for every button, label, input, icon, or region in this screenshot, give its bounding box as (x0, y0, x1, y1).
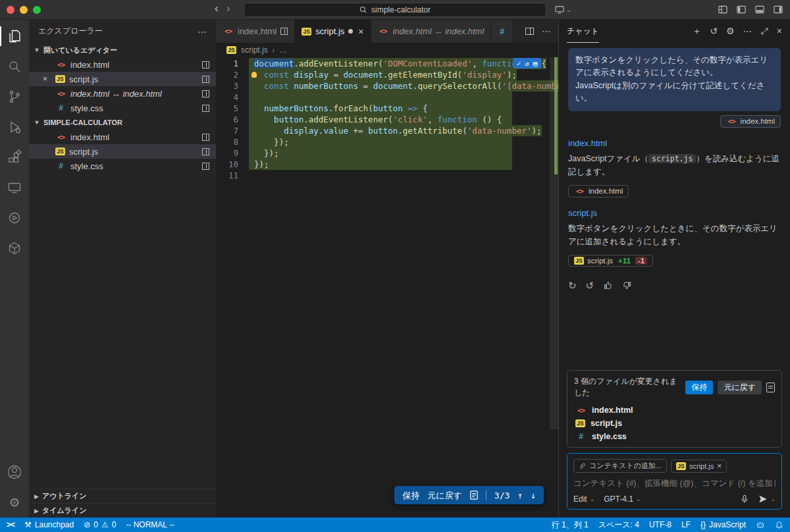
inline-diff-review-widget[interactable]: ✓ ↺ ▤ (513, 58, 541, 68)
mode-dropdown[interactable]: Edit ⌄ (573, 494, 594, 504)
remote-indicator[interactable]: >< (7, 520, 14, 529)
gear-icon[interactable]: ⚙ (726, 26, 735, 38)
open-editors-section-header[interactable]: ▼ 開いているエディター (29, 43, 216, 57)
more-actions-icon[interactable]: ⋯ (542, 26, 550, 36)
breadcrumb-file[interactable]: script.js (241, 45, 268, 55)
undo-button[interactable]: 元に戻す (427, 490, 462, 501)
open-editor-item[interactable]: <> index.html (29, 57, 216, 72)
split-editor-icon[interactable] (202, 105, 209, 112)
file-tree-item[interactable]: # style.css (29, 159, 216, 173)
problems-item[interactable]: ⊘ 0 ⚠ 0 (84, 520, 116, 529)
notifications-item[interactable] (775, 521, 783, 529)
code-line[interactable]: 1document.addEventListener('DOMContentLo… (216, 58, 558, 69)
activity-settings-gear-icon[interactable]: ⚙ (0, 487, 29, 518)
timeline-section-header[interactable]: ▶ タイムライン (29, 503, 216, 518)
microphone-icon[interactable] (740, 494, 749, 504)
project-section-header[interactable]: ▼ SIMPLE-CALCULATOR (29, 115, 216, 130)
vertical-scrollbar[interactable] (550, 57, 558, 429)
split-editor-icon[interactable] (202, 76, 209, 83)
code-line[interactable]: 3 const numberButtons = document.querySe… (216, 80, 558, 92)
activity-run-debug[interactable] (0, 112, 29, 142)
attached-file-chip[interactable]: JS script.js × (671, 460, 727, 473)
activity-search[interactable] (0, 51, 29, 82)
sidebar-more-actions-icon[interactable]: ⋯ (198, 26, 207, 37)
code-line[interactable]: 6 button.addEventListener('click', funct… (216, 114, 558, 125)
model-dropdown[interactable]: GPT-4.1 ⌄ (604, 494, 641, 504)
close-tab-icon[interactable]: × (358, 26, 363, 37)
split-editor-icon[interactable] (525, 28, 534, 35)
response-file-link[interactable]: script.js (568, 208, 781, 218)
activity-source-control[interactable] (0, 82, 29, 112)
customize-layout-icon[interactable] (718, 5, 728, 14)
activity-explorer[interactable] (0, 21, 29, 51)
new-chat-icon[interactable]: ＋ (692, 26, 701, 38)
chat-tab[interactable]: チャット (567, 20, 599, 43)
thumbs-down-icon[interactable] (622, 280, 632, 290)
next-change-icon[interactable]: ↓ (531, 490, 536, 501)
toggle-secondary-sidebar-icon[interactable] (773, 5, 783, 14)
open-file-icon[interactable] (470, 491, 478, 500)
split-editor-icon[interactable] (202, 134, 209, 141)
close-icon[interactable]: × (43, 74, 47, 84)
accept-change-icon[interactable]: ✓ (517, 58, 521, 69)
encoding-item[interactable]: UTF-8 (649, 520, 672, 529)
changed-file-row[interactable]: JS script.js (567, 417, 781, 430)
forward-button[interactable]: › (226, 2, 230, 15)
code-line[interactable]: 2 const display = document.getElementByI… (216, 69, 558, 80)
back-button[interactable]: ‹ (215, 2, 219, 15)
activity-remote-explorer[interactable] (0, 173, 29, 203)
vim-mode-indicator[interactable]: -- NORMAL -- (126, 520, 174, 529)
command-center-search[interactable]: simple-calculator (244, 3, 546, 17)
keep-all-button[interactable]: 保持 (685, 381, 713, 394)
pin-tab-icon[interactable] (280, 28, 288, 35)
tab-diff-editor[interactable]: <> index.html ↔ index.html (371, 20, 492, 43)
toggle-primary-sidebar-icon[interactable] (736, 5, 747, 14)
tab-style-css-mini[interactable]: # (491, 20, 514, 43)
activity-containers[interactable] (0, 233, 29, 263)
file-chip[interactable]: <> index.html (568, 185, 629, 198)
undo-all-button[interactable]: 元に戻す (718, 381, 762, 394)
code-editor[interactable]: 1document.addEventListener('DOMContentLo… (216, 57, 558, 518)
minimize-window-button[interactable] (20, 6, 28, 14)
open-editor-item-active[interactable]: × JS script.js (29, 72, 216, 86)
zoom-window-button[interactable] (33, 6, 41, 14)
tab-index-html[interactable]: <> index.html (216, 20, 295, 43)
code-line[interactable]: 5 numberButtons.forEach(button => { (216, 103, 558, 114)
code-line[interactable]: 4 (216, 92, 558, 103)
remove-attachment-icon[interactable]: × (717, 462, 722, 471)
eol-item[interactable]: LF (681, 520, 691, 529)
response-file-link[interactable]: index.html (568, 138, 781, 148)
code-line[interactable]: 10}); (216, 159, 558, 170)
split-editor-icon[interactable] (202, 61, 209, 68)
activity-account[interactable] (0, 457, 29, 487)
chat-input-box[interactable]: コンテキストの追加... JS script.js × コンテキスト (#)、拡… (567, 453, 782, 510)
keep-button[interactable]: 保持 (402, 490, 419, 501)
cursor-position-item[interactable]: 行 1、列 1 (552, 519, 589, 531)
previous-change-icon[interactable]: ↑ (517, 490, 523, 501)
code-line[interactable]: 7 display.value += button.getAttribute('… (216, 125, 558, 136)
diff-stat-chip[interactable]: JS script.js +11 -1 (568, 255, 653, 267)
tab-script-js-active[interactable]: JS script.js × (295, 20, 371, 43)
split-editor-icon[interactable] (202, 90, 209, 97)
undo-icon[interactable]: ↺ (586, 280, 594, 292)
chat-input-placeholder[interactable]: コンテキスト (#)、拡張機能 (@)、コマンド (/) を追加しま (573, 478, 776, 489)
history-icon[interactable]: ↺ (710, 26, 718, 38)
changed-file-row[interactable]: <> index.html (567, 404, 781, 417)
more-actions-icon[interactable]: ⋯ (743, 26, 752, 38)
open-editor-item[interactable]: # style.css (29, 101, 216, 115)
screen-share-button[interactable]: ⌄ (554, 5, 571, 14)
open-changes-icon[interactable]: ▤ (533, 58, 537, 69)
attached-file-chip[interactable]: <> index.html (720, 115, 781, 128)
language-mode-item[interactable]: {} JavaScript (700, 520, 746, 529)
expand-icon[interactable]: ⤢ (761, 26, 768, 38)
launchpad-item[interactable]: ⚒ Launchpad (24, 520, 74, 529)
view-changes-icon[interactable] (766, 383, 775, 392)
activity-extensions[interactable] (0, 142, 29, 173)
outline-section-header[interactable]: ▶ アウトライン (29, 489, 216, 503)
file-tree-item-selected[interactable]: JS script.js (29, 144, 216, 159)
close-icon[interactable]: × (777, 26, 782, 38)
activity-live-share[interactable] (0, 203, 29, 233)
breadcrumb[interactable]: JS script.js › … (216, 43, 558, 57)
close-window-button[interactable] (7, 6, 14, 14)
breadcrumb-more[interactable]: … (279, 45, 287, 55)
